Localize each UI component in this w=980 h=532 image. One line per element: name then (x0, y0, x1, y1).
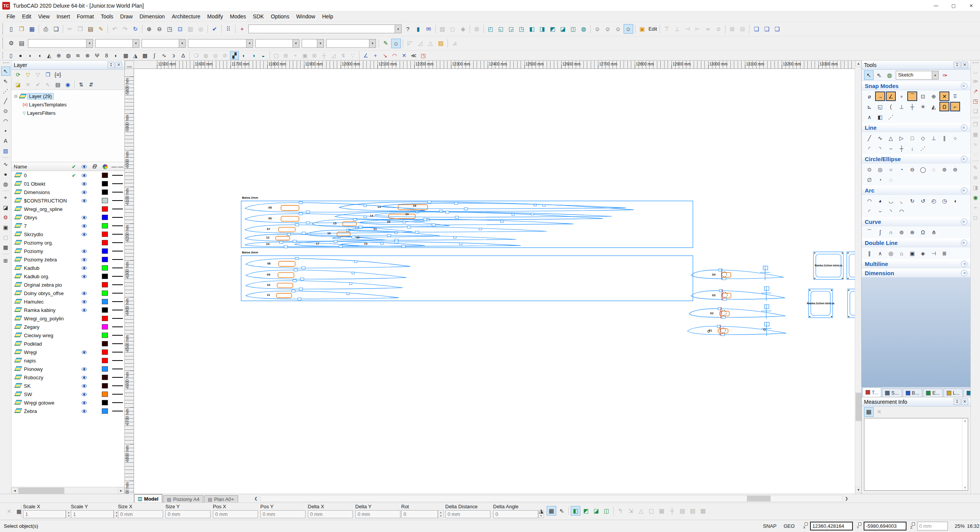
snap-workplane-icon[interactable]: ◧ (875, 112, 885, 122)
rib-notch[interactable] (721, 333, 725, 336)
layer-name[interactable]: Hamulec (11, 299, 69, 305)
rib-notch[interactable] (531, 213, 534, 215)
rib-outline[interactable] (374, 212, 612, 217)
redo-all-icon[interactable]: ↻ (131, 24, 140, 34)
layer-color-swatch[interactable] (99, 257, 111, 262)
print-icon[interactable]: ⎙ (41, 24, 51, 34)
layer-linestyle[interactable] (111, 251, 124, 251)
paste-icon[interactable]: ▤ (86, 24, 95, 34)
view-left-icon[interactable]: ◲ (506, 24, 516, 34)
sketch-curve-icon[interactable]: ⋔ (929, 227, 939, 237)
render-draft-icon[interactable]: ☺ (613, 24, 623, 34)
sheet-tab-model[interactable]: ◫Model (134, 494, 162, 503)
chamfer-icon[interactable]: ⌣ (886, 144, 896, 153)
angle-ruler-icon[interactable]: ◸ (405, 39, 415, 48)
rib-notch[interactable] (306, 211, 310, 213)
scroll-down-icon[interactable]: ▼ (855, 487, 862, 493)
layer-color-swatch[interactable] (99, 375, 111, 380)
frame-outline[interactable] (847, 252, 855, 279)
parallel-line-icon[interactable]: ∥ (939, 133, 949, 143)
point-tool-icon[interactable]: • (1, 126, 10, 135)
circle-dashed-icon[interactable]: ◌ (929, 165, 939, 174)
close-button[interactable]: ✕ (962, 0, 980, 11)
chevron-down-icon[interactable]: ▾ (369, 39, 376, 47)
layer-linestyle[interactable] (111, 394, 124, 395)
tools-tab-t[interactable]: T... (862, 387, 881, 397)
layer-linestyle[interactable] (111, 268, 124, 268)
tree-item-label[interactable]: LayersTemplates (29, 102, 67, 108)
snap-radial-icon[interactable]: ✳ (918, 102, 928, 111)
layer-name[interactable]: Roboczy (11, 375, 69, 380)
rib-lightening-hole[interactable] (276, 236, 290, 240)
material-sheet[interactable] (241, 256, 693, 301)
select-window-icon[interactable]: ▣ (1, 223, 10, 232)
column-color-icon[interactable] (99, 164, 111, 169)
assemble-center-icon[interactable]: ┼ (320, 51, 328, 60)
parallel-dim-icon[interactable]: ≫ (971, 77, 980, 86)
circle-tool-icon[interactable]: ⊙ (1, 106, 10, 116)
arc-half-icon[interactable]: ◖ (950, 196, 960, 206)
rib-notch[interactable] (352, 236, 355, 238)
view-bottom-icon[interactable]: ◨ (537, 24, 547, 34)
snap-vertex-icon[interactable]: ∠ (886, 91, 896, 101)
polyline-3d-icon[interactable]: ∿ (160, 51, 168, 60)
visibility-eye-icon[interactable] (79, 400, 89, 406)
balance-icon[interactable]: ⊜ (971, 173, 980, 182)
select-frame-icon[interactable]: ◻ (448, 24, 457, 34)
circle-2point-icon[interactable]: ◯ (918, 165, 928, 174)
layer-name[interactable]: Wregi_org_polylin (11, 316, 69, 321)
rib-number[interactable]: 04 (712, 273, 715, 276)
rib-notch[interactable] (387, 234, 391, 237)
layer-linestyle[interactable] (111, 175, 124, 176)
chevron-down-icon[interactable]: ▾ (179, 39, 185, 47)
rib-notch[interactable] (295, 258, 299, 260)
arc-elliptical-icon[interactable]: ◝ (886, 206, 896, 216)
menu-item-modify[interactable]: Modify (204, 12, 226, 21)
arc-fit-icon[interactable]: ◷ (939, 196, 949, 206)
view-iso-nw-icon[interactable]: ◪ (558, 24, 568, 34)
corner-select-2-icon[interactable]: ◪ (591, 506, 601, 516)
world-icon[interactable]: ◍ (885, 70, 894, 80)
rib-notch[interactable] (454, 237, 456, 238)
zoom-out-icon[interactable]: ⊖ (155, 24, 164, 34)
frame-corner-dot[interactable] (842, 253, 843, 254)
sel-shade1-icon[interactable]: ▧ (678, 506, 687, 516)
settings-gear-icon[interactable]: ⚙ (7, 39, 16, 48)
rib-number[interactable]: 09 (267, 273, 270, 276)
arc-center-radius-icon[interactable]: ◠ (864, 196, 874, 206)
y-coordinate-field[interactable]: -5980,694003 (864, 522, 906, 530)
visibility-eye-icon[interactable] (79, 223, 89, 229)
sel-grid-icon[interactable]: ▦ (657, 506, 666, 516)
move-up-icon[interactable]: ⇅ (77, 80, 86, 89)
snap-perpendicular-icon[interactable]: ⊾ (864, 102, 874, 111)
arc-3point-icon[interactable]: ◟ (897, 196, 906, 206)
double-polygon-icon[interactable]: ⌂ (897, 248, 906, 258)
circle-concentric-icon[interactable]: ◎ (875, 165, 885, 174)
field-input-pos-x[interactable]: 0 mm (213, 510, 258, 518)
revision-cloud-icon[interactable]: ⊚ (897, 227, 906, 237)
scroll-up-icon[interactable]: ▲ (855, 60, 862, 67)
visibility-eye-icon[interactable] (79, 392, 89, 397)
rib-number[interactable]: 15 (333, 222, 336, 225)
grid-icon[interactable]: ⠿ (224, 24, 233, 34)
layer-row[interactable]: napis (11, 356, 124, 365)
quick-dim-icon[interactable]: ⊿ (450, 39, 459, 48)
layer-name[interactable]: Orginal zebra pio (11, 282, 69, 288)
rib-number[interactable]: 21 (374, 227, 377, 231)
chevron-down-icon[interactable]: ▾ (246, 39, 253, 47)
scrollbar-thumb[interactable] (856, 393, 861, 421)
layer-color-swatch[interactable] (99, 198, 111, 203)
layer-name[interactable]: Zegary (11, 324, 69, 330)
arc-ccw-icon[interactable]: ↺ (918, 196, 928, 206)
spline-control-icon[interactable]: ⌒ (864, 227, 874, 237)
rib-number[interactable]: 19 (405, 212, 409, 216)
layer-linestyle[interactable] (111, 326, 124, 327)
chevron-up-icon[interactable]: « (961, 83, 967, 89)
rib-lightening-hole[interactable] (337, 232, 350, 236)
layer-color-swatch[interactable] (99, 333, 111, 338)
rib-lightening-hole[interactable] (281, 216, 299, 221)
double-line-icon[interactable]: ∥ (864, 248, 874, 258)
layer-row[interactable]: Wregi_org_spline (11, 205, 124, 213)
sweep-icon[interactable]: ∫ (150, 51, 159, 60)
rib-number[interactable]: 14 (370, 214, 373, 217)
